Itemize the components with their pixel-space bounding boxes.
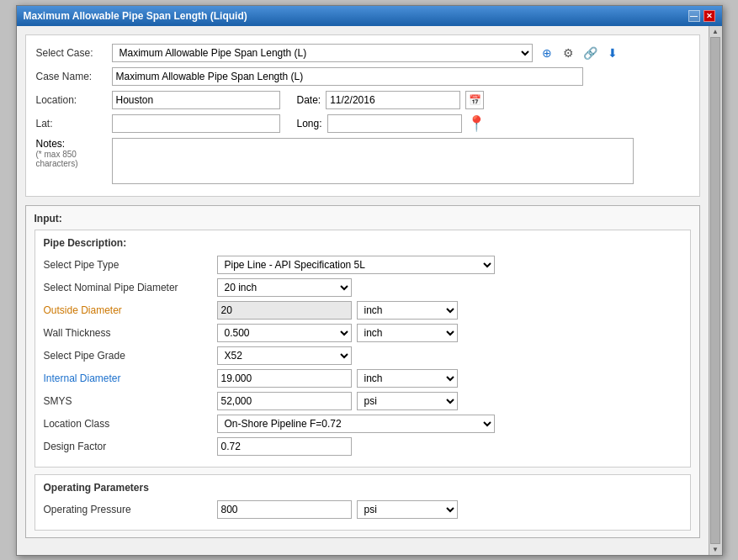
location-date-row: Location: Date: 📅: [36, 91, 689, 109]
location-class-label: Location Class: [44, 418, 212, 430]
lat-input[interactable]: [112, 114, 280, 133]
title-bar: Maximum Allowable Pipe Span Length (Liqu…: [17, 6, 722, 26]
select-case-controls: Maximum Allowable Pipe Span Length (L) ⊕…: [112, 44, 622, 62]
smys-input[interactable]: [217, 392, 352, 410]
wall-thickness-label: Wall Thickness: [44, 327, 212, 339]
nominal-diameter-row: Select Nominal Pipe Diameter 20 inch: [44, 278, 682, 297]
smys-unit-dropdown[interactable]: psi: [357, 392, 458, 410]
share-icon[interactable]: 🔗: [581, 44, 600, 62]
settings-icon[interactable]: ⚙: [560, 44, 578, 62]
wall-thickness-dropdown[interactable]: 0.500: [217, 324, 352, 342]
op-parameters-title: Operating Parameters: [44, 482, 682, 494]
internal-diameter-unit-dropdown[interactable]: inch: [357, 369, 458, 388]
wall-thickness-unit-dropdown[interactable]: inch: [357, 324, 458, 342]
location-pin-icon[interactable]: 📍: [467, 114, 486, 133]
op-pressure-row: Operating Pressure psi: [44, 500, 682, 519]
input-section: Input: Pipe Description: Select Pipe Typ…: [25, 205, 700, 538]
case-name-row: Case Name:: [36, 67, 689, 86]
minimize-button[interactable]: —: [688, 10, 700, 22]
scroll-down-arrow[interactable]: ▼: [712, 546, 719, 553]
internal-diameter-input[interactable]: [217, 369, 352, 388]
window-controls: — ✕: [688, 10, 715, 22]
pipe-description-subsection: Pipe Description: Select Pipe Type Pipe …: [35, 230, 691, 468]
main-window: Maximum Allowable Pipe Span Length (Liqu…: [16, 5, 723, 556]
internal-diameter-label: Internal Diameter: [44, 372, 212, 384]
download-icon[interactable]: ⬇: [603, 44, 622, 62]
select-case-dropdown[interactable]: Maximum Allowable Pipe Span Length (L): [112, 44, 533, 62]
op-pressure-input[interactable]: [217, 500, 352, 519]
close-button[interactable]: ✕: [703, 10, 715, 22]
input-title: Input:: [35, 213, 691, 225]
nominal-diameter-label: Select Nominal Pipe Diameter: [44, 282, 212, 293]
notes-row: Notes: (* max 850 characters): [36, 138, 689, 184]
calendar-icon[interactable]: 📅: [465, 91, 484, 109]
pipe-grade-dropdown[interactable]: X52: [217, 346, 352, 365]
window-layout: Select Case: Maximum Allowable Pipe Span…: [17, 26, 722, 555]
notes-label: Notes:: [36, 138, 112, 150]
internal-diameter-row: Internal Diameter inch: [44, 369, 682, 388]
design-factor-row: Design Factor: [44, 437, 682, 456]
smys-label: SMYS: [44, 395, 212, 407]
design-factor-input[interactable]: [217, 437, 352, 456]
outside-diameter-input: [217, 301, 352, 320]
pipe-grade-row: Select Pipe Grade X52: [44, 346, 682, 365]
op-pressure-label: Operating Pressure: [44, 504, 212, 515]
pipe-type-row: Select Pipe Type Pipe Line - API Specifi…: [44, 256, 682, 274]
lat-label: Lat:: [36, 118, 112, 129]
location-class-row: Location Class On-Shore Pipeline F=0.72: [44, 415, 682, 433]
scroll-up-arrow[interactable]: ▲: [712, 28, 719, 35]
scroll-thumb[interactable]: [710, 37, 720, 544]
notes-label-block: Notes: (* max 850 characters): [36, 138, 112, 168]
window-body: Select Case: Maximum Allowable Pipe Span…: [17, 26, 709, 555]
pipe-description-title: Pipe Description:: [44, 237, 682, 249]
op-pressure-unit-dropdown[interactable]: psi: [357, 500, 458, 519]
lat-long-row: Lat: Long: 📍: [36, 114, 689, 133]
outside-diameter-row: Outside Diameter inch: [44, 301, 682, 320]
date-group: Date: 📅: [297, 91, 485, 109]
select-case-label: Select Case:: [36, 47, 112, 59]
pipe-type-dropdown[interactable]: Pipe Line - API Specification 5L: [217, 256, 495, 274]
design-factor-label: Design Factor: [44, 441, 212, 452]
outside-diameter-unit-dropdown[interactable]: inch: [357, 301, 458, 320]
case-name-input[interactable]: [112, 67, 583, 86]
notes-sublabel: (* max 850 characters): [36, 150, 112, 168]
nominal-diameter-dropdown[interactable]: 20 inch: [217, 278, 352, 297]
location-class-dropdown[interactable]: On-Shore Pipeline F=0.72: [217, 415, 495, 433]
top-section: Select Case: Maximum Allowable Pipe Span…: [25, 34, 700, 197]
pipe-type-label: Select Pipe Type: [44, 259, 212, 271]
wall-thickness-row: Wall Thickness 0.500 inch: [44, 324, 682, 342]
long-label: Long:: [297, 118, 322, 129]
long-input[interactable]: [327, 114, 462, 133]
window-content: Select Case: Maximum Allowable Pipe Span…: [17, 26, 709, 555]
date-input[interactable]: [326, 91, 460, 109]
window-title: Maximum Allowable Pipe Span Length (Liqu…: [24, 10, 247, 22]
long-group: Long: 📍: [297, 114, 486, 133]
date-label: Date:: [297, 94, 321, 106]
location-label: Location:: [36, 94, 112, 106]
notes-textarea[interactable]: [112, 138, 634, 184]
location-input[interactable]: [112, 91, 280, 109]
toolbar-icons: ⊕ ⚙ 🔗 ⬇: [538, 44, 622, 62]
add-icon[interactable]: ⊕: [538, 44, 556, 62]
scrollbar[interactable]: ▲ ▼: [709, 26, 722, 555]
smys-row: SMYS psi: [44, 392, 682, 410]
case-name-label: Case Name:: [36, 71, 112, 82]
outside-diameter-label: Outside Diameter: [44, 304, 212, 316]
operating-parameters-subsection: Operating Parameters Operating Pressure …: [35, 474, 691, 531]
pipe-grade-label: Select Pipe Grade: [44, 350, 212, 362]
select-case-row: Select Case: Maximum Allowable Pipe Span…: [36, 44, 689, 62]
